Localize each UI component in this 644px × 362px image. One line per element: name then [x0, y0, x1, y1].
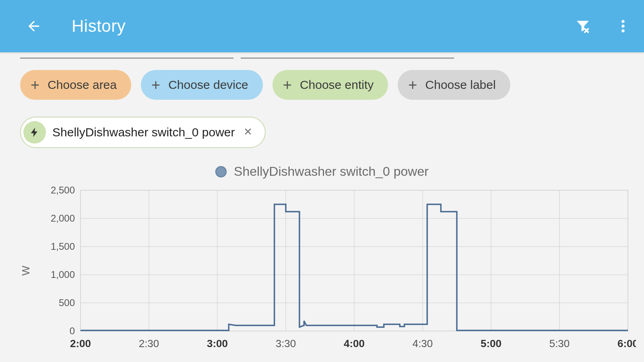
line-chart[interactable]: 05001,0001,5002,0002,5002:002:303:003:30…	[24, 186, 636, 355]
svg-point-2	[621, 29, 624, 32]
chip-label: Choose device	[168, 78, 248, 92]
clear-filter-button[interactable]	[573, 16, 592, 36]
filter-chip-row: + Choose area + Choose device + Choose e…	[20, 70, 624, 100]
choose-device-chip[interactable]: + Choose device	[141, 70, 263, 100]
svg-text:2:00: 2:00	[70, 337, 91, 350]
filter-remove-icon	[575, 18, 591, 34]
svg-text:3:30: 3:30	[276, 337, 296, 350]
choose-label-chip[interactable]: + Choose label	[398, 70, 510, 100]
chart-legend: ShellyDishwasher switch_0 power	[20, 164, 624, 179]
svg-text:4:30: 4:30	[413, 337, 433, 350]
svg-text:1,000: 1,000	[51, 269, 75, 280]
header-actions	[573, 16, 633, 36]
plus-icon: +	[31, 77, 39, 93]
plus-icon: +	[408, 77, 417, 93]
svg-text:4:00: 4:00	[344, 337, 365, 350]
svg-text:2:30: 2:30	[139, 337, 159, 350]
chip-label: Choose area	[47, 78, 117, 92]
svg-text:5:00: 5:00	[481, 337, 502, 350]
plus-icon: +	[283, 77, 292, 93]
app-header: History	[0, 0, 644, 52]
svg-point-0	[621, 20, 624, 23]
selected-entity-pill[interactable]: ShellyDishwasher switch_0 power	[20, 117, 266, 148]
svg-text:1,500: 1,500	[51, 241, 75, 252]
arrow-left-icon	[26, 18, 42, 34]
choose-area-chip[interactable]: + Choose area	[20, 70, 131, 100]
choose-entity-chip[interactable]: + Choose entity	[272, 70, 388, 100]
legend-marker	[215, 166, 227, 177]
content-area: + Choose area + Choose device + Choose e…	[0, 51, 644, 355]
chart-container: W 05001,0001,5002,0002,5002:002:303:003:…	[24, 186, 624, 355]
y-axis-label: W	[20, 266, 32, 276]
svg-text:3:00: 3:00	[207, 337, 228, 350]
svg-text:6:00: 6:00	[617, 337, 636, 350]
overflow-menu-button[interactable]	[613, 16, 633, 36]
date-range-bar	[20, 51, 624, 59]
svg-text:0: 0	[70, 325, 75, 336]
page-title: History	[72, 16, 126, 36]
lightning-icon	[29, 127, 40, 138]
remove-entity-button[interactable]	[242, 124, 254, 141]
svg-point-1	[621, 25, 624, 27]
start-date-field[interactable]	[20, 51, 233, 59]
entity-name: ShellyDishwasher switch_0 power	[52, 125, 235, 139]
legend-label: ShellyDishwasher switch_0 power	[234, 164, 429, 179]
close-icon	[243, 127, 253, 136]
svg-text:2,500: 2,500	[51, 186, 75, 195]
svg-text:2,000: 2,000	[51, 213, 75, 224]
chip-label: Choose entity	[300, 78, 374, 92]
back-button[interactable]	[24, 16, 43, 36]
end-date-field[interactable]	[241, 51, 454, 59]
entity-badge	[23, 121, 46, 144]
plus-icon: +	[151, 77, 160, 93]
dots-vertical-icon	[615, 18, 631, 34]
svg-text:5:30: 5:30	[549, 337, 570, 350]
svg-text:500: 500	[59, 297, 75, 308]
chip-label: Choose label	[425, 78, 496, 92]
